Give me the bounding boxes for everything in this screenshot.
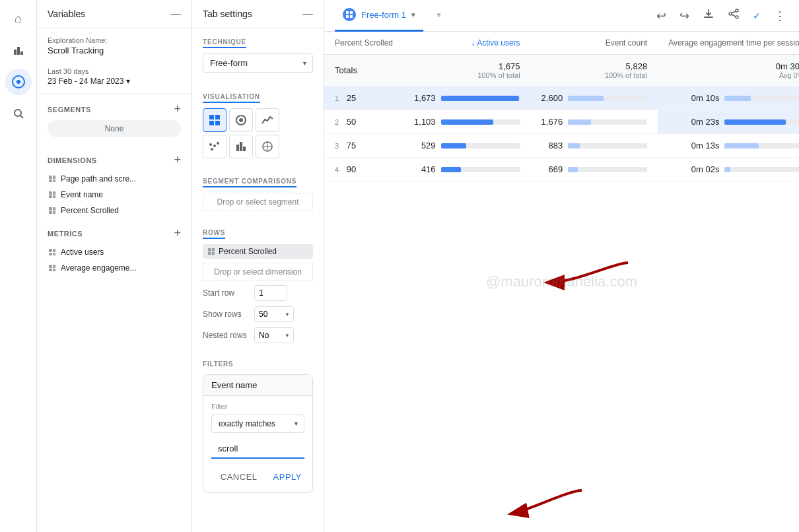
filter-cancel-button[interactable]: CANCEL [218, 468, 260, 486]
viz-bar-button[interactable] [229, 135, 253, 158]
checkmark-button[interactable]: ✓ [750, 8, 763, 24]
data-table: Percent Scrolled ↓ Active users Event co… [324, 32, 799, 182]
filter-card-body: Filter exactly matches contains begins w… [203, 396, 312, 492]
add-metric-button[interactable]: + [174, 226, 181, 240]
row-drop-zone[interactable]: Drop or select dimension [203, 263, 313, 281]
viz-table-button[interactable] [203, 108, 226, 132]
add-tab-button[interactable]: + [429, 0, 450, 32]
dimension-event-name-label: Event name [61, 190, 103, 199]
search-nav-icon[interactable] [5, 100, 32, 127]
segments-section-header: SEGMENTS + [37, 94, 191, 120]
svg-rect-17 [236, 145, 239, 151]
nested-rows-select[interactable]: No Yes [254, 327, 294, 343]
viz-donut-button[interactable] [229, 108, 253, 132]
freeform-tab[interactable]: Free-form 1 ▾ [335, 0, 423, 32]
show-rows-select[interactable]: 50 100 200 [254, 306, 294, 322]
undo-button[interactable]: ↩ [654, 6, 669, 26]
metrics-section-header: METRICS + [37, 218, 191, 244]
share-button[interactable] [725, 5, 742, 26]
svg-rect-1 [17, 47, 20, 55]
chip-grid-icon [208, 248, 215, 255]
segments-title: SEGMENTS [48, 106, 91, 114]
svg-line-6 [20, 116, 23, 118]
col-percent-scrolled[interactable]: Percent Scrolled [324, 32, 403, 55]
show-rows-row: Show rows 50 100 200 [203, 306, 313, 322]
redo-button[interactable]: ↪ [677, 6, 692, 26]
tab-settings-close-icon[interactable]: — [302, 8, 313, 20]
dimension-grid-icon-2 [48, 190, 57, 199]
filter-value-input[interactable] [211, 440, 304, 459]
visualisation-label: VISUALISATION [203, 93, 260, 103]
tab-label: Free-form 1 [361, 10, 406, 20]
show-rows-label: Show rows [203, 310, 249, 319]
viz-map-button[interactable] [256, 135, 279, 158]
nested-rows-row: Nested rows No Yes [203, 327, 313, 343]
svg-point-13 [211, 148, 213, 150]
svg-rect-2 [20, 51, 23, 55]
dimension-grid-icon [48, 174, 57, 183]
home-nav-icon[interactable]: ⌂ [5, 5, 32, 32]
col-avg-engagement[interactable]: Average engagement time per session [658, 32, 799, 55]
filter-match-select-wrapper: exactly matches contains begins with end… [211, 415, 304, 433]
metrics-title: METRICS [48, 230, 83, 238]
viz-line-button[interactable] [256, 108, 279, 132]
download-button[interactable] [700, 5, 717, 26]
add-dimension-button[interactable]: + [174, 153, 181, 167]
col-active-users[interactable]: ↓ Active users [403, 32, 531, 55]
rows-percent-scrolled-chip: Percent Scrolled [203, 244, 313, 259]
col-event-count[interactable]: Event count [531, 32, 658, 55]
totals-row: Totals 1,675 100% of total 5,828 100% of… [324, 55, 799, 86]
date-range-section: Last 30 days 23 Feb - 24 Mar 2023 ▾ [37, 63, 191, 94]
exploration-name-section: Exploration Name: Scroll Tracking [37, 28, 191, 63]
metric-active-users[interactable]: Active users [37, 244, 191, 260]
svg-rect-9 [209, 121, 214, 125]
metric-active-users-label: Active users [61, 248, 104, 257]
viz-scatter-button[interactable] [203, 135, 226, 158]
nested-rows-label: Nested rows [203, 331, 249, 340]
filter-match-select[interactable]: exactly matches contains begins with end… [211, 415, 304, 433]
dimension-event-name[interactable]: Event name [37, 187, 191, 203]
filter-apply-button[interactable]: APPLY [271, 468, 304, 486]
chevron-down-icon: ▾ [126, 77, 130, 86]
variables-close-icon[interactable]: — [170, 8, 181, 20]
totals-avg-engagement: 0m 30s Avg 0% [658, 55, 799, 86]
add-segment-button[interactable]: + [174, 102, 181, 116]
viz-grid [203, 108, 313, 158]
svg-rect-0 [14, 50, 17, 55]
svg-rect-19 [243, 147, 246, 151]
dimension-page-path-label: Page path and scre... [61, 174, 136, 183]
explore-nav-icon[interactable] [5, 69, 32, 95]
svg-point-24 [729, 13, 732, 15]
technique-section: TECHNIQUE Free-form [192, 28, 324, 83]
segment-comparisons-label: SEGMENT COMPARISONS [203, 178, 296, 187]
date-value[interactable]: 23 Feb - 24 Mar 2023 ▾ [48, 77, 181, 86]
metric-avg-engagement[interactable]: Average engageme... [37, 260, 191, 276]
tab-dropdown-icon[interactable]: ▾ [411, 11, 415, 19]
start-row-input[interactable] [254, 285, 287, 301]
start-row-label: Start row [203, 288, 249, 298]
tab-bar: Free-form 1 ▾ + ↩ ↪ ✓ ⋮ [324, 0, 799, 32]
tab-settings-header: Tab settings — [192, 0, 324, 28]
dimension-page-path[interactable]: Page path and scre... [37, 171, 191, 187]
svg-point-5 [15, 110, 21, 116]
date-label: Last 30 days [48, 67, 181, 75]
left-nav: ⌂ [0, 0, 37, 532]
segment-comparisons-section: SEGMENT COMPARISONS Drop or select segme… [192, 168, 324, 219]
svg-point-12 [239, 118, 243, 122]
visualisation-section: VISUALISATION [192, 83, 324, 168]
svg-point-15 [217, 142, 219, 145]
technique-select[interactable]: Free-form [203, 53, 313, 73]
more-options-button[interactable]: ⋮ [771, 6, 788, 26]
filters-title: FILTERS [203, 360, 313, 368]
exploration-name-label: Exploration Name: [48, 36, 181, 44]
barchart-nav-icon[interactable] [5, 37, 32, 63]
svg-rect-18 [240, 142, 242, 151]
metric-icon-2 [48, 263, 57, 273]
dimension-percent-scrolled[interactable]: Percent Scrolled [37, 203, 191, 218]
tab-settings-title: Tab settings [203, 9, 252, 19]
filter-subtitle: Filter [211, 403, 304, 411]
segment-drop-zone[interactable]: Drop or select segment [203, 193, 313, 211]
technique-select-wrapper: Free-form [203, 53, 313, 73]
totals-event-count: 5,828 100% of total [531, 55, 658, 86]
dimension-percent-scrolled-label: Percent Scrolled [61, 206, 119, 215]
